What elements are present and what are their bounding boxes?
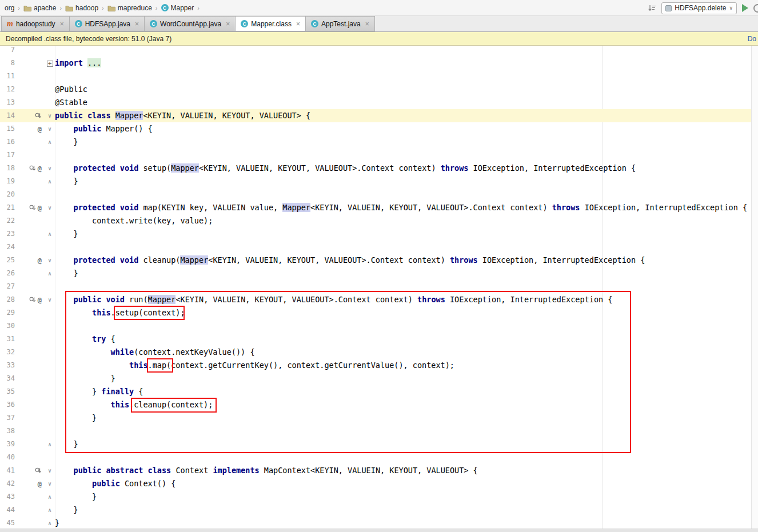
class-icon: C (161, 4, 169, 11)
annotation-marker-icon[interactable]: @ (38, 297, 42, 303)
code-text[interactable]: this.cleanup(context); (55, 398, 758, 411)
gutter-icons (15, 411, 45, 425)
fold-up-icon[interactable]: ∧ (45, 490, 55, 503)
overridden-marker-icon[interactable] (29, 205, 36, 211)
code-text[interactable]: } (55, 135, 758, 149)
fold-up-icon[interactable]: ∧ (45, 503, 55, 517)
code-text[interactable] (55, 280, 758, 293)
code-line-45: 45∧} (0, 517, 758, 529)
tab-close-icon[interactable]: × (135, 20, 139, 28)
fold-down-icon[interactable]: ∨ (45, 477, 55, 490)
code-text[interactable]: } (55, 490, 758, 503)
annotation-marker-icon[interactable]: @ (38, 165, 42, 172)
fold-up-icon[interactable]: ∧ (45, 517, 55, 529)
code-line-32: 32 while(context.nextKeyValue()) { (0, 346, 758, 359)
overridden-marker-icon[interactable] (29, 165, 36, 172)
fold-down-icon[interactable]: ∨ (45, 122, 55, 135)
code-text[interactable] (55, 70, 758, 83)
fold-down-icon[interactable]: ∨ (45, 254, 55, 267)
code-text[interactable]: this.map(context.getCurrentKey(), contex… (55, 359, 758, 372)
code-text[interactable]: while(context.nextKeyValue()) { (55, 346, 758, 359)
breadcrumb-item-apache[interactable]: apache (23, 4, 56, 12)
tab-close-icon[interactable]: × (60, 20, 64, 28)
gutter-icons (15, 57, 45, 70)
code-text[interactable]: } (55, 175, 758, 188)
annotation-marker-icon[interactable]: @ (38, 205, 42, 211)
fold-expand-icon[interactable]: + (45, 57, 55, 70)
code-text[interactable]: public abstract class Context implements… (55, 464, 758, 477)
code-text[interactable]: } (55, 372, 758, 385)
tab-close-icon[interactable]: × (365, 20, 369, 28)
tab-close-icon[interactable]: × (296, 20, 300, 28)
fold-down-icon[interactable]: ∨ (45, 293, 55, 306)
editor-tabs: mhadoopstudy×CHDFSApp.java×CWordCountApp… (0, 16, 758, 32)
fold-up-icon[interactable]: ∧ (45, 135, 55, 149)
fold-down-icon[interactable]: ∨ (45, 162, 55, 175)
tab-apptest-java[interactable]: CAppTest.java× (306, 16, 375, 31)
vertical-scrollbar[interactable] (751, 46, 758, 529)
tab-close-icon[interactable]: × (226, 20, 230, 28)
code-text[interactable]: protected void cleanup(Mapper<KEYIN, VAL… (55, 254, 758, 267)
code-text[interactable] (55, 188, 758, 201)
overridden-marker-icon[interactable] (29, 297, 36, 303)
code-text[interactable] (55, 149, 758, 162)
annotation-marker-icon[interactable]: @ (38, 257, 42, 264)
fold-up-icon[interactable]: ∧ (45, 438, 55, 451)
code-text[interactable]: } (55, 503, 758, 517)
sort-lines-icon[interactable] (648, 5, 656, 12)
code-text[interactable] (55, 46, 758, 57)
code-text[interactable]: @Public (55, 83, 758, 96)
fold-down-icon[interactable]: ∨ (45, 201, 55, 214)
breadcrumb-item-org[interactable]: org (5, 4, 14, 12)
fold-up-icon[interactable]: ∧ (45, 267, 55, 280)
run-configuration-select[interactable]: HDFSApp.delete ∨ (661, 2, 737, 14)
fold-up-icon[interactable]: ∧ (45, 175, 55, 188)
code-text[interactable]: } (55, 227, 758, 241)
code-text[interactable]: protected void setup(Mapper<KEYIN, VALUE… (55, 162, 758, 175)
gutter-icons (15, 83, 45, 96)
code-text[interactable]: context.write(key, value); (55, 214, 758, 227)
breadcrumb-item-mapper[interactable]: CMapper (161, 4, 194, 12)
code-text[interactable] (55, 451, 758, 464)
fold-down-icon[interactable]: ∨ (45, 464, 55, 477)
code-text[interactable]: public Mapper() { (55, 122, 758, 135)
overridden-marker-icon[interactable] (35, 467, 42, 474)
code-line-43: 43∧ } (0, 490, 758, 503)
run-button[interactable] (742, 4, 748, 12)
code-text[interactable]: this.setup(context); (55, 306, 758, 319)
fold-up-icon[interactable]: ∧ (45, 227, 55, 241)
horizontal-scrollbar[interactable] (0, 529, 758, 532)
tab-hdfsapp-java[interactable]: CHDFSApp.java× (70, 16, 145, 31)
banner-link[interactable]: Do (748, 35, 756, 43)
code-text[interactable]: protected void map(KEYIN key, VALUEIN va… (55, 201, 758, 214)
annotation-marker-icon[interactable]: @ (38, 481, 42, 487)
code-text[interactable]: try { (55, 333, 758, 346)
code-line-15: 15@∨ public Mapper() { (0, 122, 758, 135)
tab-mapper-class[interactable]: CMapper.class× (236, 16, 306, 31)
breadcrumb-item-hadoop[interactable]: hadoop (65, 4, 98, 12)
gutter-icons: @ (15, 254, 45, 267)
code-text[interactable] (55, 319, 758, 333)
code-text[interactable]: public Context() { (55, 477, 758, 490)
code-line-30: 30 (0, 319, 758, 333)
code-text[interactable]: import ... (55, 57, 758, 70)
code-editor[interactable]: 78+import ...1112@Public13@Stable14∨publ… (0, 46, 758, 529)
code-text[interactable]: } (55, 438, 758, 451)
code-text[interactable]: } (55, 517, 758, 529)
annotation-marker-icon[interactable]: @ (38, 126, 42, 133)
partial-circle-icon[interactable] (753, 4, 758, 13)
code-line-37: 37 } (0, 411, 758, 425)
fold-down-icon[interactable]: ∨ (45, 109, 55, 122)
code-text[interactable] (55, 241, 758, 254)
code-text[interactable] (55, 425, 758, 438)
code-text[interactable]: public void run(Mapper<KEYIN, VALUEIN, K… (55, 293, 758, 306)
code-text[interactable]: public class Mapper<KEYIN, VALUEIN, KEYO… (55, 109, 758, 122)
breadcrumb-item-mapreduce[interactable]: mapreduce (107, 4, 152, 12)
tab-hadoopstudy[interactable]: mhadoopstudy× (1, 16, 70, 31)
code-text[interactable]: } (55, 267, 758, 280)
code-text[interactable]: } (55, 411, 758, 425)
code-text[interactable]: } finally { (55, 385, 758, 398)
tab-wordcountapp-java[interactable]: CWordCountApp.java× (145, 16, 236, 31)
code-text[interactable]: @Stable (55, 96, 758, 109)
overridden-marker-icon[interactable] (35, 113, 42, 119)
